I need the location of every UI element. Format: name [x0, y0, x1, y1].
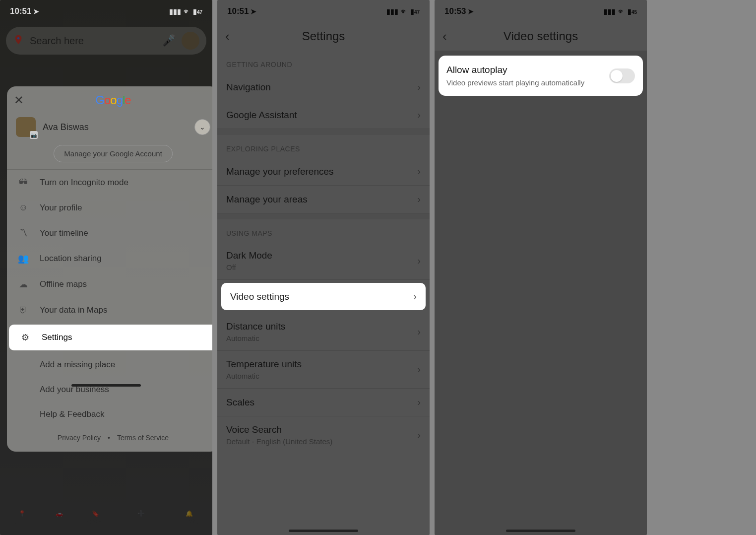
search-placeholder: Search here — [30, 35, 156, 47]
tab-explore[interactable]: 📍Explore — [12, 510, 32, 525]
account-row[interactable]: 📷 Ava Biswas ⌄ — [7, 114, 212, 140]
menu-add-business[interactable]: Add your business — [7, 377, 212, 402]
row-temperature-units[interactable]: Temperature unitsAutomatic› — [217, 351, 430, 389]
menu-offline-maps[interactable]: ☁Offline maps — [7, 271, 212, 297]
back-icon[interactable]: ‹ — [442, 29, 447, 44]
menu-your-data[interactable]: ⛨Your data in Maps — [7, 297, 212, 323]
footer-links: Privacy Policy • Terms of Service — [7, 427, 212, 452]
menu-add-missing-place[interactable]: Add a missing place — [7, 352, 212, 377]
search-bar[interactable]: Search here 🎤 — [6, 27, 206, 55]
section-exploring-places: EXPLORING PLACES — [217, 135, 430, 158]
manage-account-button[interactable]: Manage your Google Account — [54, 145, 173, 162]
status-bar: 10:53 ➤ ▮▮▮ ᯤ ▮45 — [435, 0, 647, 22]
header: ‹ Video settings — [435, 22, 647, 51]
home-indicator — [289, 530, 358, 532]
signal-icon: ▮▮▮ — [169, 7, 181, 15]
chevron-down-icon[interactable]: ⌄ — [194, 119, 210, 135]
wifi-icon: ᯤ — [618, 7, 625, 15]
avatar: 📷 — [16, 117, 36, 137]
menu-location-sharing[interactable]: 👥Location sharing — [7, 246, 212, 271]
location-arrow-icon: ➤ — [251, 7, 256, 15]
status-time: 10:53 — [444, 6, 466, 16]
chevron-right-icon: › — [417, 81, 421, 93]
header: ‹ Settings — [217, 22, 430, 51]
close-icon[interactable]: ✕ — [14, 93, 24, 107]
tab-updates[interactable]: 🔔Updates — [179, 510, 201, 525]
google-logo: Google — [95, 93, 130, 107]
location-sharing-icon: 👥 — [18, 253, 29, 264]
incognito-icon: 🕶 — [18, 177, 29, 188]
status-bar: 10:51 ➤ ▮▮▮ ᯤ ▮47 — [217, 0, 430, 22]
back-icon[interactable]: ‹ — [225, 29, 230, 44]
bottom-tabs: 📍Explore 🚗Go 🔖Saved ➕Contribute 🔔Updates — [0, 500, 212, 535]
chevron-right-icon: › — [417, 326, 421, 337]
autoplay-row[interactable]: Allow autoplay Video previews start play… — [439, 56, 643, 96]
autoplay-subtitle: Video previews start playing automatical… — [446, 78, 584, 87]
autoplay-title: Allow autoplay — [446, 65, 584, 75]
screen-account-menu: 10:51 ➤ ▮▮▮ ᯤ ▮47 Search here 🎤 📍Explore… — [0, 0, 212, 535]
status-time: 10:51 — [227, 6, 249, 16]
menu-incognito[interactable]: 🕶Turn on Incognito mode — [7, 170, 212, 195]
svg-point-0 — [17, 37, 20, 40]
chevron-right-icon: › — [417, 397, 421, 408]
menu-timeline[interactable]: 〽Your timeline — [7, 220, 212, 246]
camera-badge-icon: 📷 — [30, 131, 38, 139]
row-distance-units[interactable]: Distance unitsAutomatic› — [217, 313, 430, 351]
page-title: Settings — [302, 29, 345, 43]
privacy-link[interactable]: Privacy Policy — [58, 434, 101, 442]
row-google-assistant[interactable]: Google Assistant› — [217, 101, 430, 129]
menu-list: 🕶Turn on Incognito mode ☺Your profile 〽Y… — [7, 170, 212, 427]
tab-contribute[interactable]: ➕Contribute — [127, 510, 155, 525]
section-getting-around: GETTING AROUND — [217, 51, 430, 73]
location-arrow-icon: ➤ — [33, 7, 39, 15]
timeline-icon: 〽 — [18, 228, 29, 238]
row-manage-preferences[interactable]: Manage your preferences› — [217, 158, 430, 186]
menu-profile[interactable]: ☺Your profile — [7, 195, 212, 220]
location-arrow-icon: ➤ — [468, 7, 474, 15]
body-background — [435, 51, 647, 535]
shield-icon: ⛨ — [18, 305, 29, 315]
section-gap — [217, 213, 430, 219]
home-indicator — [71, 384, 141, 387]
battery-icon: ▮45 — [628, 7, 637, 15]
signal-icon: ▮▮▮ — [386, 7, 398, 15]
status-bar: 10:51 ➤ ▮▮▮ ᯤ ▮47 — [0, 0, 212, 22]
row-dark-mode[interactable]: Dark ModeOff› — [217, 242, 430, 280]
row-scales[interactable]: Scales› — [217, 389, 430, 416]
account-name: Ava Biswas — [43, 122, 89, 133]
chevron-right-icon: › — [417, 429, 421, 441]
menu-help-feedback[interactable]: Help & Feedback — [7, 402, 212, 427]
section-using-maps: USING MAPS — [217, 219, 430, 242]
menu-settings[interactable]: ⚙Settings — [9, 325, 212, 350]
row-navigation[interactable]: Navigation› — [217, 73, 430, 101]
tab-saved[interactable]: 🔖Saved — [87, 510, 104, 525]
gear-icon: ⚙ — [20, 332, 31, 343]
dot-separator: • — [108, 434, 110, 442]
wifi-icon: ᯤ — [184, 7, 190, 15]
cloud-off-icon: ☁ — [18, 279, 29, 290]
pin-icon — [13, 34, 24, 47]
chevron-right-icon: › — [417, 255, 421, 267]
chevron-right-icon: › — [417, 364, 421, 375]
autoplay-toggle[interactable] — [609, 68, 635, 83]
screen-settings: 10:51 ➤ ▮▮▮ ᯤ ▮47 ‹ Settings GETTING ARO… — [217, 0, 430, 535]
chevron-right-icon: › — [417, 166, 421, 177]
chevron-right-icon: › — [417, 109, 421, 121]
screen-video-settings: 10:53 ➤ ▮▮▮ ᯤ ▮45 ‹ Video settings Allow… — [435, 0, 647, 535]
tab-go[interactable]: 🚗Go — [56, 510, 63, 525]
mic-icon[interactable]: 🎤 — [162, 34, 176, 47]
profile-icon: ☺ — [18, 202, 29, 213]
row-voice-search[interactable]: Voice SearchDefault - English (United St… — [217, 416, 430, 454]
row-manage-areas[interactable]: Manage your areas› — [217, 186, 430, 213]
wifi-icon: ᯤ — [401, 7, 408, 15]
avatar[interactable] — [182, 32, 199, 50]
row-video-settings[interactable]: Video settings› — [221, 283, 426, 310]
chevron-right-icon: › — [413, 291, 417, 302]
terms-link[interactable]: Terms of Service — [117, 434, 169, 442]
battery-icon: ▮47 — [193, 7, 202, 15]
page-title: Video settings — [504, 29, 578, 43]
switch-knob — [611, 70, 623, 82]
section-gap — [217, 129, 430, 135]
status-time: 10:51 — [10, 6, 31, 16]
battery-icon: ▮47 — [410, 7, 420, 15]
